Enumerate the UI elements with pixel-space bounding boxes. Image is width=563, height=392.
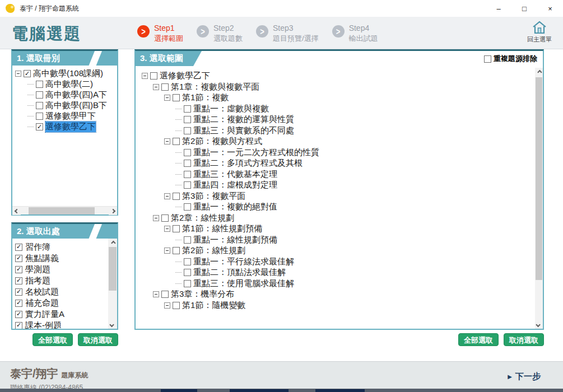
tree-item-checkbox[interactable]: [173, 193, 180, 200]
expand-toggle-icon[interactable]: [153, 215, 159, 221]
tree-item-label[interactable]: 高中數學(二): [45, 79, 93, 90]
tree-item-checkbox[interactable]: [184, 269, 191, 276]
step-3[interactable]: >Step3題目預覽/選擇: [256, 24, 319, 44]
dedupe-option[interactable]: 重複題源排除: [484, 54, 537, 64]
source-list-item[interactable]: 補充命題: [15, 297, 108, 309]
select-all-button[interactable]: 全部選取: [32, 333, 73, 346]
source-item-checkbox[interactable]: [15, 311, 22, 318]
expand-toggle-icon[interactable]: [15, 71, 21, 77]
tree-item-checkbox[interactable]: [184, 236, 191, 244]
scroll-up-button[interactable]: [108, 239, 117, 247]
source-list-vscrollbar[interactable]: [108, 239, 117, 329]
scroll-up-button[interactable]: [535, 68, 543, 76]
scroll-down-button[interactable]: [535, 320, 543, 329]
expand-toggle-icon[interactable]: [142, 73, 148, 79]
tree-item-checkbox[interactable]: [36, 102, 43, 109]
expand-toggle-icon[interactable]: [164, 95, 170, 101]
tree-item-label[interactable]: 選修數學甲下: [45, 111, 96, 122]
next-step-button[interactable]: ▶ 下一步: [508, 371, 541, 382]
hscroll-track[interactable]: [21, 207, 109, 214]
tree-item-label[interactable]: 重點一：一元二次方程式根的性質: [193, 147, 319, 158]
tree-item-checkbox[interactable]: [36, 123, 43, 130]
expand-toggle-icon[interactable]: [164, 193, 170, 199]
vscroll-thumb[interactable]: [109, 247, 117, 291]
tree-item-checkbox[interactable]: [36, 91, 43, 99]
source-list-item[interactable]: 實力評量A: [15, 309, 108, 320]
source-item-checkbox[interactable]: [15, 300, 22, 307]
tree-item-checkbox[interactable]: [184, 280, 191, 287]
source-item-checkbox[interactable]: [15, 255, 22, 262]
tree-item-checkbox[interactable]: [173, 94, 180, 101]
tree-item-label[interactable]: 重點三：與實數系的不同處: [193, 125, 294, 136]
tree-item-checkbox[interactable]: [184, 105, 191, 113]
tree-item-label[interactable]: 第1章：複數與複數平面: [171, 82, 259, 92]
tree-item-label[interactable]: 重點一：虛數與複數: [193, 104, 269, 114]
scope-tree-vscrollbar[interactable]: [535, 68, 543, 329]
tree-item-label[interactable]: 第1節：隨機變數: [182, 300, 245, 311]
tree-item-checkbox[interactable]: [36, 113, 43, 120]
source-list-item[interactable]: 焦點講義: [15, 253, 108, 264]
source-list-item[interactable]: 習作簿: [15, 241, 108, 253]
step-2[interactable]: >Step2選取題數: [197, 24, 243, 44]
home-button[interactable]: 回主選單: [522, 20, 557, 44]
tree-item-checkbox[interactable]: [184, 116, 191, 123]
source-list-item[interactable]: 名校試題: [15, 286, 108, 297]
tree-item-label[interactable]: 第2節：複數與方程式: [182, 136, 262, 147]
tree-item-checkbox[interactable]: [184, 149, 191, 156]
tree-item-label[interactable]: 第2章：線性規劃: [171, 213, 234, 223]
tree-item-label[interactable]: 高中數學(四)B下: [45, 100, 107, 111]
tree-item-checkbox[interactable]: [184, 258, 191, 265]
tree-item-label[interactable]: 第2節：線性規劃: [182, 245, 245, 256]
tree-item-checkbox[interactable]: [161, 214, 169, 222]
tree-item-checkbox[interactable]: [161, 291, 169, 298]
tree-item-label[interactable]: 第1節：複數: [182, 92, 229, 103]
tree-item-checkbox[interactable]: [173, 138, 180, 145]
scroll-down-button[interactable]: [108, 320, 117, 329]
deselect-button[interactable]: 取消選取: [78, 333, 118, 346]
tree-item-label[interactable]: 選修數學乙下: [160, 71, 210, 81]
tree-item-checkbox[interactable]: [173, 247, 180, 254]
tree-item-label[interactable]: 重點二：頂點法求最佳解: [193, 267, 286, 278]
maximize-button[interactable]: □: [511, 0, 537, 17]
tree-item-label[interactable]: 重點四：虛根成對定理: [193, 180, 277, 190]
volume-tree-hscrollbar[interactable]: [12, 206, 117, 214]
step-1[interactable]: >Step1選擇範圍: [137, 24, 183, 44]
source-list-item[interactable]: 課本-例題: [15, 320, 108, 329]
tree-item-label[interactable]: 重點一：線性規劃預備: [193, 235, 277, 245]
tree-item-checkbox[interactable]: [184, 181, 191, 189]
select-all-button[interactable]: 全部選取: [458, 333, 499, 346]
tree-item-checkbox[interactable]: [184, 171, 191, 178]
tree-item-label[interactable]: 選修數學乙下: [45, 122, 96, 132]
tree-item-label[interactable]: 第3章：機率分布: [171, 289, 234, 300]
tree-item-checkbox[interactable]: [36, 81, 43, 88]
tree-item-checkbox[interactable]: [173, 225, 180, 232]
tree-item-checkbox[interactable]: [161, 83, 169, 91]
source-item-checkbox[interactable]: [15, 244, 22, 251]
source-item-checkbox[interactable]: [15, 322, 22, 329]
tree-item-checkbox[interactable]: [184, 203, 191, 211]
tree-item-checkbox[interactable]: [150, 72, 157, 80]
minimize-button[interactable]: –: [486, 0, 511, 17]
expand-toggle-icon[interactable]: [164, 138, 170, 144]
expand-toggle-icon[interactable]: [153, 84, 159, 90]
vscroll-track[interactable]: [535, 76, 543, 320]
expand-toggle-icon[interactable]: [164, 226, 170, 232]
deselect-button[interactable]: 取消選取: [504, 333, 544, 346]
tree-item-label[interactable]: 第1節：線性規劃預備: [182, 223, 262, 234]
tree-item-checkbox[interactable]: [173, 302, 180, 309]
hscroll-thumb[interactable]: [29, 207, 95, 214]
source-item-checkbox[interactable]: [15, 288, 22, 296]
source-list-item[interactable]: 學測題: [15, 264, 108, 275]
tree-item-label[interactable]: 高中數學(108課綱): [33, 68, 103, 79]
tree-item-label[interactable]: 重點一：複數的絕對值: [193, 202, 277, 212]
source-item-checkbox[interactable]: [15, 277, 22, 284]
step-4[interactable]: >Step4輸出試題: [332, 24, 378, 44]
expand-toggle-icon[interactable]: [153, 291, 159, 297]
source-list-item[interactable]: 指考題: [15, 275, 108, 286]
tree-item-label[interactable]: 第3節：複數平面: [182, 191, 245, 202]
close-button[interactable]: ×: [537, 0, 563, 17]
tree-item-label[interactable]: 重點一：平行線法求最佳解: [193, 256, 294, 267]
scroll-right-button[interactable]: [109, 207, 117, 215]
source-item-checkbox[interactable]: [15, 266, 22, 273]
tree-item-checkbox[interactable]: [24, 70, 31, 77]
